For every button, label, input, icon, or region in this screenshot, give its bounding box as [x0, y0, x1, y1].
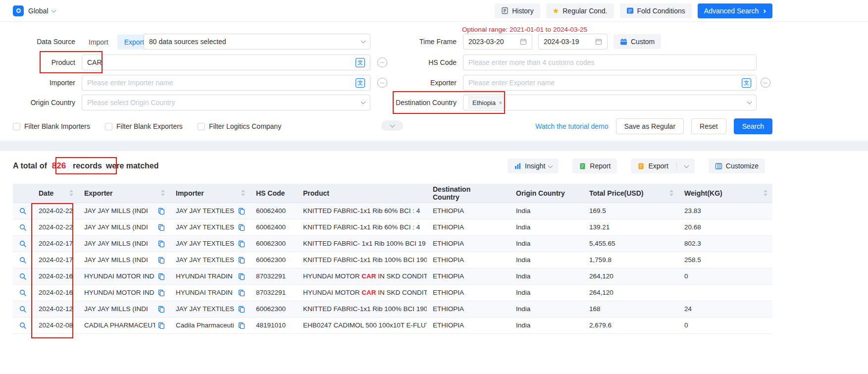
origin-country-select[interactable]: Please select Origin Country — [82, 95, 370, 110]
filter-checkbox[interactable]: Filter Blank Importers — [13, 122, 90, 130]
column-header[interactable]: Weight(KG) — [678, 184, 772, 203]
importer-input[interactable] — [87, 79, 352, 87]
search-form: Optional range: 2021-01-01 to 2024-03-25… — [0, 22, 868, 141]
fold-conditions-button[interactable]: Fold Conditions — [620, 3, 692, 18]
checkbox-icon[interactable] — [13, 123, 20, 130]
cell-destination-country: ETHIOPIA — [427, 219, 510, 235]
custom-label: Custom — [631, 38, 655, 46]
table-row[interactable]: 2024-02-22 JAY JAY MILLS (INDI JAY JAY T… — [13, 203, 772, 219]
translate-icon[interactable]: 文 — [356, 78, 365, 88]
translate-icon[interactable]: 文 — [356, 58, 365, 67]
checkbox-icon[interactable] — [198, 123, 205, 130]
copy-icon[interactable] — [158, 208, 165, 214]
copy-icon[interactable] — [238, 208, 245, 214]
column-header[interactable]: Exporter — [78, 184, 170, 203]
table-row[interactable]: 2024-02-12 JAY JAY MILLS (INDI JAY JAY T… — [13, 301, 772, 317]
regular-cond-button[interactable]: ★ Regular Cond. — [546, 3, 614, 18]
filter-checkbox[interactable]: Filter Blank Exporters — [105, 122, 183, 130]
chevron-down-icon — [361, 100, 366, 105]
cell-weight: 802.3 — [678, 235, 772, 252]
copy-icon[interactable] — [238, 257, 245, 264]
close-icon[interactable]: × — [499, 99, 503, 107]
destination-country-select[interactable]: Ethiopia × — [463, 95, 757, 110]
global-scope-selector[interactable]: Global — [28, 7, 55, 15]
end-date-input[interactable]: 2024-03-19 — [538, 34, 608, 50]
magnifier-icon[interactable] — [19, 240, 27, 248]
copy-icon[interactable] — [158, 257, 165, 264]
cell-total-price: 264,120 — [583, 268, 678, 284]
cell-view — [13, 317, 33, 333]
export-button[interactable]: Export — [631, 159, 694, 173]
copy-icon[interactable] — [238, 306, 245, 313]
history-button[interactable]: History — [495, 3, 540, 18]
data-source-select[interactable]: 80 data sources selected — [144, 34, 370, 50]
reset-button[interactable]: Reset — [691, 118, 726, 134]
cell-date: 2024-02-08 — [33, 317, 78, 333]
table-row[interactable]: 2024-02-17 JAY JAY MILLS (INDI JAY JAY T… — [13, 252, 772, 268]
app-logo-icon[interactable] — [13, 5, 24, 16]
cell-view — [13, 235, 33, 252]
column-header[interactable]: HS Code — [250, 184, 297, 203]
hs-code-input[interactable] — [468, 58, 751, 66]
custom-range-button[interactable]: Custom — [613, 34, 661, 49]
table-row[interactable]: 2024-02-17 JAY JAY MILLS (INDI JAY JAY T… — [13, 235, 772, 252]
column-header[interactable]: Total Price(USD) — [583, 184, 678, 203]
match-mode-icon[interactable] — [761, 78, 770, 88]
collapse-form-button[interactable] — [381, 120, 403, 131]
insight-button[interactable]: Insight — [508, 159, 559, 173]
copy-icon[interactable] — [238, 289, 245, 296]
copy-icon[interactable] — [238, 240, 245, 247]
column-header[interactable]: Origin Country — [510, 184, 583, 203]
cell-date: 2024-02-16 — [33, 284, 78, 301]
sort-icon[interactable] — [66, 190, 73, 196]
copy-icon[interactable] — [158, 224, 165, 231]
magnifier-icon[interactable] — [19, 272, 27, 280]
import-export-toggle: Import Export — [82, 34, 151, 50]
sort-icon[interactable] — [238, 190, 245, 196]
table-row[interactable]: 2024-02-22 JAY JAY MILLS (INDI JAY JAY T… — [13, 219, 772, 235]
column-header[interactable]: Importer — [170, 184, 250, 203]
copy-icon[interactable] — [158, 289, 165, 296]
copy-icon[interactable] — [158, 240, 165, 247]
search-button[interactable]: Search — [734, 118, 772, 134]
table-row[interactable]: 2024-02-16 HYUNDAI MOTOR IND HYUNDAI TRA… — [13, 268, 772, 284]
chevron-down-icon[interactable] — [684, 163, 689, 168]
advanced-search-button[interactable]: Advanced Search › — [698, 3, 772, 18]
copy-icon[interactable] — [238, 224, 245, 231]
tutorial-link[interactable]: Watch the tutorial demo — [535, 122, 608, 130]
product-input[interactable] — [87, 58, 352, 66]
report-button[interactable]: Report — [572, 159, 617, 173]
cell-date: 2024-02-16 — [33, 268, 78, 284]
sort-icon[interactable] — [761, 190, 767, 196]
translate-icon[interactable]: 文 — [742, 78, 751, 88]
table-row[interactable]: 2024-02-16 HYUNDAI MOTOR IND HYUNDAI TRA… — [13, 284, 772, 301]
table-row[interactable]: 2024-02-08 CADILA PHARMACEUT Cadila Phar… — [13, 317, 772, 333]
column-header[interactable]: Destination Country — [427, 184, 510, 203]
copy-icon[interactable] — [238, 273, 245, 280]
sort-icon[interactable] — [158, 190, 165, 196]
magnifier-icon[interactable] — [19, 321, 27, 329]
copy-icon[interactable] — [158, 322, 165, 329]
cell-origin-country: India — [510, 268, 583, 284]
magnifier-icon[interactable] — [19, 289, 27, 297]
cell-importer: JAY JAY TEXTILES — [170, 252, 250, 268]
column-header[interactable]: Date — [33, 184, 78, 203]
sort-icon[interactable] — [666, 190, 673, 196]
magnifier-icon[interactable] — [19, 305, 27, 313]
filter-checkbox[interactable]: Filter Logitics Company — [198, 122, 281, 130]
save-as-regular-button[interactable]: Save as Regular — [616, 118, 684, 134]
exporter-input[interactable] — [468, 79, 738, 87]
importer-name: Cadila Pharmaceuti — [176, 321, 235, 329]
copy-icon[interactable] — [158, 273, 165, 280]
column-header[interactable] — [13, 184, 33, 203]
start-date-input[interactable]: 2023-03-20 — [463, 34, 532, 50]
copy-icon[interactable] — [238, 322, 245, 329]
magnifier-icon[interactable] — [19, 207, 27, 215]
column-header[interactable]: Product — [297, 184, 427, 203]
import-tab[interactable]: Import — [82, 35, 115, 50]
copy-icon[interactable] — [158, 306, 165, 313]
magnifier-icon[interactable] — [19, 256, 27, 264]
magnifier-icon[interactable] — [19, 223, 27, 231]
customize-button[interactable]: Customize — [709, 159, 765, 173]
checkbox-icon[interactable] — [105, 123, 112, 130]
